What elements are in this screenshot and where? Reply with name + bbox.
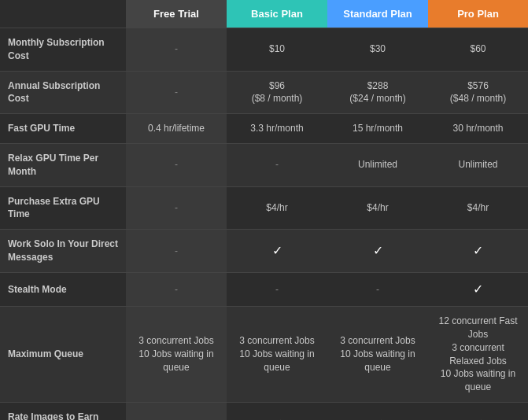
dash-icon: - — [275, 159, 279, 170]
feature-label-2: Fast GPU Time — [0, 114, 126, 144]
standard-cell-6: - — [327, 272, 428, 306]
basic-cell-7: 3 concurrent Jobs 10 Jobs waiting in que… — [227, 307, 327, 403]
header-feature — [0, 0, 126, 28]
checkmark-icon: ✓ — [373, 417, 383, 420]
standard-cell-5: ✓ — [327, 230, 428, 273]
checkmark-icon: ✓ — [272, 244, 282, 257]
feature-label-8: Rate Images to Earn Free GPU Time — [0, 402, 126, 420]
basic-cell-0: $10 — [227, 28, 327, 72]
free-cell-0: - — [126, 28, 227, 72]
standard-cell-2: 15 hr/month — [327, 114, 428, 144]
standard-cell-3: Unlimited — [327, 143, 428, 186]
free-cell-8: - — [126, 402, 227, 420]
dash-icon: - — [175, 43, 178, 54]
dash-icon: - — [175, 202, 178, 213]
standard-cell-0: $30 — [327, 28, 428, 72]
feature-label-7: Maximum Queue — [0, 307, 126, 403]
standard-cell-8: ✓ — [327, 402, 428, 420]
feature-label-0: Monthly Subscription Cost — [0, 28, 126, 72]
checkmark-icon: ✓ — [373, 244, 383, 257]
feature-label-5: Work Solo In Your Direct Messages — [0, 230, 126, 273]
pro-cell-2: 30 hr/month — [428, 114, 528, 144]
free-cell-5: - — [126, 230, 227, 273]
checkmark-icon: ✓ — [473, 282, 483, 296]
free-cell-2: 0.4 hr/lifetime — [126, 114, 227, 144]
pro-cell-6: ✓ — [428, 272, 528, 306]
basic-cell-6: - — [227, 272, 327, 306]
dash-icon: - — [175, 245, 178, 256]
basic-cell-3: - — [227, 143, 327, 186]
basic-cell-2: 3.3 hr/month — [227, 114, 327, 144]
free-cell-7: 3 concurrent Jobs 10 Jobs waiting in que… — [126, 307, 227, 403]
basic-cell-1: $96 ($8 / month) — [227, 71, 327, 114]
pro-cell-5: ✓ — [428, 230, 528, 273]
standard-cell-1: $288 ($24 / month) — [327, 71, 428, 114]
feature-label-3: Relax GPU Time Per Month — [0, 143, 126, 186]
header-basic: Basic Plan — [227, 0, 327, 28]
checkmark-icon: ✓ — [272, 417, 282, 420]
checkmark-icon: ✓ — [473, 244, 483, 257]
basic-cell-4: $4/hr — [227, 186, 327, 230]
dash-icon: - — [275, 284, 279, 295]
basic-cell-5: ✓ — [227, 230, 327, 273]
standard-cell-7: 3 concurrent Jobs 10 Jobs waiting in que… — [327, 307, 428, 403]
basic-cell-8: ✓ — [227, 402, 327, 420]
dash-icon: - — [175, 159, 178, 170]
pro-cell-0: $60 — [428, 28, 528, 72]
header-pro: Pro Plan — [428, 0, 528, 28]
free-cell-4: - — [126, 186, 227, 230]
header-free: Free Trial — [126, 0, 227, 28]
pro-cell-8: ✓ — [428, 402, 528, 420]
feature-label-4: Purchase Extra GPU Time — [0, 186, 126, 230]
dash-icon: - — [175, 87, 178, 98]
pro-cell-1: $576 ($48 / month) — [428, 71, 528, 114]
header-standard: Standard Plan — [327, 0, 428, 28]
pro-cell-3: Unlimited — [428, 143, 528, 186]
free-cell-1: - — [126, 71, 227, 114]
pricing-table: Free Trial Basic Plan Standard Plan Pro … — [0, 0, 528, 420]
feature-label-6: Stealth Mode — [0, 272, 126, 306]
checkmark-icon: ✓ — [473, 417, 483, 420]
free-cell-6: - — [126, 272, 227, 306]
standard-cell-4: $4/hr — [327, 186, 428, 230]
dash-icon: - — [376, 284, 379, 295]
free-cell-3: - — [126, 143, 227, 186]
pro-cell-7: 12 concurrent Fast Jobs 3 concurrent Rel… — [428, 307, 528, 403]
feature-label-1: Annual Subscription Cost — [0, 71, 126, 114]
pro-cell-4: $4/hr — [428, 186, 528, 230]
dash-icon: - — [175, 284, 178, 295]
